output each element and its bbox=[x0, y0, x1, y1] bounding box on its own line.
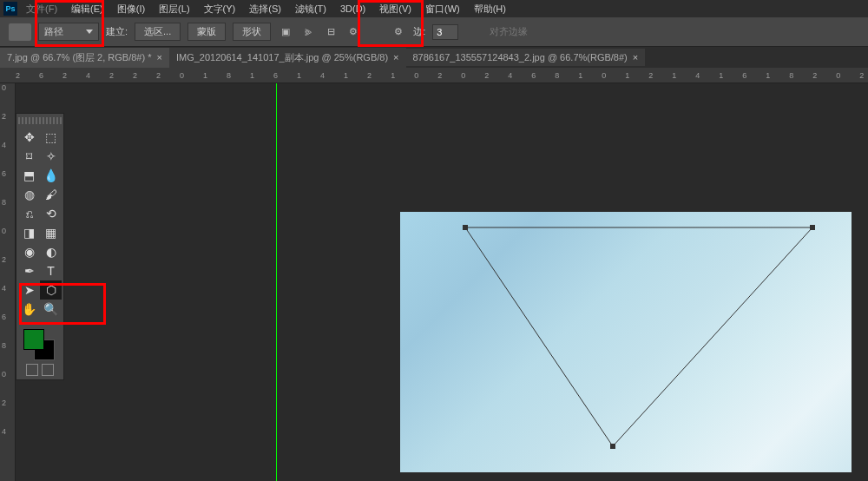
polygon-tool[interactable]: ⬡ bbox=[40, 280, 62, 300]
image-layer bbox=[400, 212, 852, 472]
mask-button[interactable]: 蒙版 bbox=[187, 23, 226, 41]
mode-label: 路径 bbox=[44, 25, 63, 38]
brush-tool[interactable]: 🖌 bbox=[40, 185, 62, 204]
eyedropper-tool[interactable]: 💧 bbox=[40, 166, 62, 185]
tab-title: 7.jpg @ 66.7% (图层 2, RGB/8#) * bbox=[7, 51, 151, 64]
marquee-tool[interactable]: ⬚ bbox=[40, 128, 62, 147]
dodge-tool[interactable]: ◐ bbox=[40, 242, 62, 261]
gear-icon[interactable]: ⚙ bbox=[345, 24, 361, 40]
gear-icon-2[interactable]: ⚙ bbox=[391, 24, 406, 40]
menu-edit[interactable]: 编辑(E) bbox=[66, 1, 108, 17]
tab-title: IMG_20120614_141017_副本.jpg @ 25%(RGB/8) bbox=[176, 51, 388, 64]
sides-input[interactable] bbox=[432, 24, 458, 40]
guide-line[interactable] bbox=[276, 83, 277, 481]
create-label: 建立: bbox=[106, 25, 128, 38]
close-icon[interactable]: × bbox=[393, 52, 398, 63]
menu-layer[interactable]: 图层(L) bbox=[154, 1, 194, 17]
anchor-point[interactable] bbox=[810, 225, 815, 230]
pen-tool[interactable]: ✒ bbox=[18, 261, 40, 280]
menu-file[interactable]: 文件(F) bbox=[21, 1, 62, 17]
anchor-point[interactable] bbox=[610, 444, 615, 449]
blur-tool[interactable]: ◉ bbox=[18, 242, 40, 261]
path-select-tool[interactable]: ➤ bbox=[18, 280, 40, 300]
zoom-tool[interactable]: 🔍 bbox=[40, 300, 62, 319]
color-swatches[interactable] bbox=[18, 326, 62, 360]
menu-select[interactable]: 选择(S) bbox=[244, 1, 286, 17]
selection-button[interactable]: 选区... bbox=[135, 23, 181, 41]
tab-3[interactable]: 8786167_135557124843_2.jpg @ 66.7%(RGB/8… bbox=[406, 49, 646, 66]
quickmask-icon[interactable] bbox=[26, 364, 38, 376]
tool-preset-icon[interactable] bbox=[9, 23, 31, 41]
lasso-tool[interactable]: ⌑ bbox=[18, 147, 40, 166]
menu-view[interactable]: 视图(V) bbox=[374, 1, 417, 17]
history-brush-tool[interactable]: ⟲ bbox=[40, 204, 62, 223]
chevron-down-icon bbox=[86, 30, 93, 34]
options-bar: 路径 建立: 选区... 蒙版 形状 ▣ ⫸ ⊟ ⚙ ⚙ 边: 对齐边缘 bbox=[0, 17, 868, 47]
gradient-tool[interactable]: ▦ bbox=[40, 223, 62, 242]
triangle-path[interactable] bbox=[400, 212, 852, 472]
menu-3d[interactable]: 3D(D) bbox=[335, 2, 371, 16]
bool-arrange-icon[interactable]: ⊟ bbox=[323, 24, 339, 40]
app-logo: Ps bbox=[3, 2, 17, 16]
close-icon[interactable]: × bbox=[156, 52, 161, 63]
shape-button[interactable]: 形状 bbox=[233, 23, 271, 41]
tab-1[interactable]: 7.jpg @ 66.7% (图层 2, RGB/8#) * × bbox=[0, 48, 169, 68]
menu-window[interactable]: 窗口(W) bbox=[420, 1, 465, 17]
move-tool[interactable]: ✥ bbox=[18, 128, 40, 147]
toolbox: ✥⬚ ⌑✧ ⬒💧 ◍🖌 ⎌⟲ ◨▦ ◉◐ ✒T ➤⬡ ✋🔍 bbox=[16, 113, 64, 380]
document-tabs: 7.jpg @ 66.7% (图层 2, RGB/8#) * × IMG_201… bbox=[0, 47, 868, 68]
bool-combine-icon[interactable]: ▣ bbox=[278, 24, 293, 40]
screenmode-icon[interactable] bbox=[42, 364, 54, 376]
canvas[interactable] bbox=[16, 83, 868, 481]
panel-grip[interactable] bbox=[18, 117, 62, 124]
tab-title: 8786167_135557124843_2.jpg @ 66.7%(RGB/8… bbox=[413, 52, 628, 63]
eraser-tool[interactable]: ◨ bbox=[18, 223, 40, 242]
foreground-color[interactable] bbox=[23, 329, 44, 350]
type-tool[interactable]: T bbox=[40, 261, 62, 280]
menu-bar: 文件(F) 编辑(E) 图像(I) 图层(L) 文字(Y) 选择(S) 滤镜(T… bbox=[0, 0, 868, 17]
align-edges-checkbox[interactable]: 对齐边缘 bbox=[490, 25, 528, 38]
heal-tool[interactable]: ◍ bbox=[18, 185, 40, 204]
tab-2[interactable]: IMG_20120614_141017_副本.jpg @ 25%(RGB/8) … bbox=[169, 48, 406, 68]
stamp-tool[interactable]: ⎌ bbox=[18, 204, 40, 223]
crop-tool[interactable]: ⬒ bbox=[18, 166, 40, 185]
menu-help[interactable]: 帮助(H) bbox=[469, 1, 511, 17]
hand-tool[interactable]: ✋ bbox=[18, 300, 40, 319]
mode-dropdown[interactable]: 路径 bbox=[38, 23, 99, 41]
wand-tool[interactable]: ✧ bbox=[40, 147, 62, 166]
bool-align-icon[interactable]: ⫸ bbox=[300, 24, 316, 40]
ruler-vertical: 0246802468024 bbox=[0, 83, 16, 481]
sides-label: 边: bbox=[413, 25, 425, 38]
close-icon[interactable]: × bbox=[633, 52, 638, 63]
anchor-point[interactable] bbox=[463, 225, 468, 230]
ruler-horizontal: 2624222018161412102024681012141618202224… bbox=[0, 68, 868, 83]
menu-filter[interactable]: 滤镜(T) bbox=[290, 1, 332, 17]
menu-type[interactable]: 文字(Y) bbox=[199, 1, 241, 17]
menu-image[interactable]: 图像(I) bbox=[112, 1, 150, 17]
